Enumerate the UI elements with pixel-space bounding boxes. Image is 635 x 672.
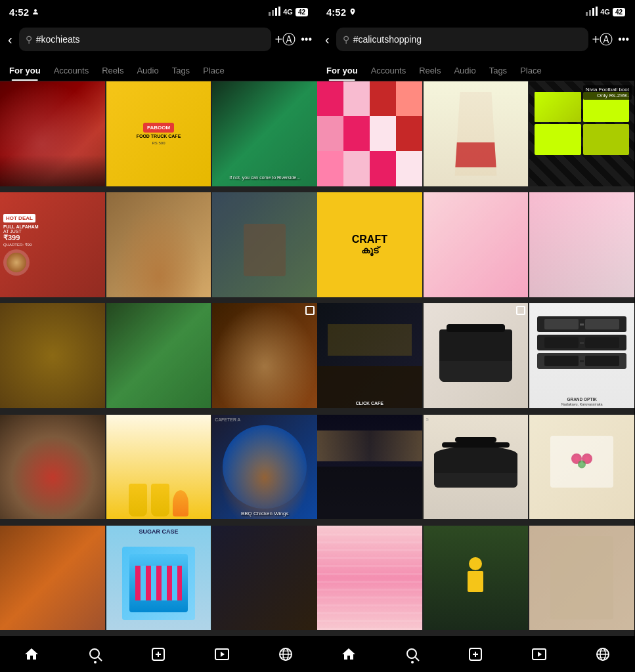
grid-item-2-1[interactable]: HOT DEAL FULL ALFAHAM AT JUST ₹399 QUART… [0, 192, 105, 297]
tab-for-you-1[interactable]: For you [3, 66, 47, 81]
svg-rect-3 [275, 8, 277, 16]
grid-item-4-2[interactable] [106, 415, 211, 520]
nav-create-1[interactable] [142, 644, 174, 665]
shop-grid-item-4-3[interactable] [529, 415, 634, 520]
tabs-1: For you Accounts Reels Audio Tags Place [0, 55, 317, 81]
location-icon [349, 8, 357, 16]
tab-tags-2[interactable]: Tags [483, 66, 514, 81]
tabs-2: For you Accounts Reels Audio Tags Place [317, 55, 634, 81]
grid-item-5-3[interactable] [212, 526, 317, 631]
time-display-2: 4:52 [326, 7, 346, 18]
tab-audio-1[interactable]: Audio [130, 66, 165, 81]
shop-grid-item-3-3[interactable]: GRAND OPTIKNadakavu, Karuvassiraka [529, 303, 634, 408]
search-query-2: #calicutshopping [353, 34, 582, 45]
svg-rect-17 [589, 10, 591, 16]
shop-grid-item-5-1[interactable] [317, 526, 422, 631]
grid-item-2-2[interactable] [106, 192, 211, 297]
svg-rect-4 [278, 7, 280, 16]
nivia-text: Nivia Football bootOnly Rs.299/- [583, 85, 632, 100]
tab-for-you-2[interactable]: For you [320, 66, 364, 81]
grid-item-1-2[interactable]: FABOOM FOOD TRUCK CAFE RS 500 [106, 81, 211, 186]
shop-grid-item-3-2[interactable] [424, 303, 529, 408]
tab-place-2[interactable]: Place [514, 66, 548, 81]
shop-grid-item-5-2[interactable] [424, 526, 529, 631]
shop-grid-item-1-2[interactable] [424, 81, 529, 186]
status-bar-2: 4:52 4G 42 [317, 0, 634, 24]
grid-item-2-3[interactable] [212, 192, 317, 297]
nav-search-1[interactable] [79, 644, 111, 665]
svg-point-0 [34, 9, 37, 12]
svg-rect-16 [586, 12, 588, 16]
shop-grid-item-5-3[interactable] [529, 526, 634, 631]
more-button-1[interactable]: ••• [301, 33, 312, 45]
tab-reels-1[interactable]: Reels [95, 66, 130, 81]
nav-home-2[interactable] [333, 644, 364, 665]
status-time-2: 4:52 [326, 7, 357, 18]
grid-item-3-3[interactable] [212, 303, 317, 408]
person-icon [32, 8, 39, 16]
video-badge-2 [516, 306, 525, 315]
tab-place-1[interactable]: Place [196, 66, 231, 81]
more-button-2[interactable]: ••• [618, 33, 629, 45]
shop-grid-item-2-1[interactable]: CRAFT കൂട് [317, 192, 422, 297]
bottom-nav-1 [0, 635, 317, 672]
grid-item-3-2[interactable] [106, 303, 211, 408]
shop-grid-item-4-2[interactable]: S [424, 415, 529, 520]
signal-bars-1 [269, 7, 280, 18]
search-input-wrap-1[interactable]: ⚲ #kochieats [19, 28, 271, 51]
battery-badge-1: 42 [296, 8, 308, 16]
grid-item-4-1[interactable] [0, 415, 105, 520]
shop-grid-item-1-1[interactable] [317, 81, 422, 186]
nav-reels-1[interactable] [206, 644, 238, 665]
create-icon-1 [150, 646, 166, 662]
panel-kochieats: 4:52 4G 42 ‹ ⚲ #kochieats + [0, 0, 317, 672]
bottom-nav-2 [317, 635, 634, 672]
shop-grid-item-2-3[interactable] [529, 192, 634, 297]
reels-icon-1 [214, 646, 230, 662]
tab-tags-1[interactable]: Tags [165, 66, 196, 81]
svg-point-20 [407, 649, 416, 658]
video-badge-icon [305, 306, 315, 315]
nav-profile-2[interactable] [587, 644, 619, 665]
nav-reels-2[interactable] [523, 644, 555, 665]
tab-accounts-1[interactable]: Accounts [47, 66, 95, 81]
svg-rect-2 [272, 10, 274, 16]
tab-audio-2[interactable]: Audio [447, 66, 482, 81]
network-type-2: 4G [600, 8, 610, 16]
shop-grid-item-4-1[interactable] [317, 415, 422, 520]
add-button-2[interactable]: +Ⓐ [592, 31, 613, 49]
search-actions-1: +Ⓐ ••• [275, 31, 313, 49]
add-button-1[interactable]: +Ⓐ [275, 31, 296, 49]
signal-bars-2 [586, 7, 598, 18]
search-icon-nav-2 [405, 646, 420, 662]
nav-search-2[interactable] [397, 644, 428, 665]
shop-grid-item-2-2[interactable] [424, 192, 529, 297]
search-input-wrap-2[interactable]: ⚲ #calicutshopping [336, 28, 588, 51]
grid-item-1-1[interactable] [0, 81, 105, 186]
nav-home-1[interactable] [16, 644, 47, 665]
search-icon-2: ⚲ [343, 34, 349, 45]
nav-create-2[interactable] [460, 644, 491, 665]
grid-item-4-3[interactable]: BBQ Chicken Wings CAFETER A [212, 415, 317, 520]
grid-item-5-2[interactable]: SUGAR CASE [106, 526, 211, 631]
svg-rect-19 [596, 7, 598, 16]
signal-icon-1 [269, 7, 280, 16]
shop-grid-item-3-1[interactable]: CLICK CAFE [317, 303, 422, 408]
battery-badge-2: 42 [613, 8, 625, 16]
svg-rect-1 [269, 12, 271, 16]
network-type-1: 4G [283, 8, 293, 16]
grid-item-1-3[interactable]: If not, you can come to Riverside... [212, 81, 317, 186]
tab-accounts-2[interactable]: Accounts [364, 66, 412, 81]
back-button-2[interactable]: ‹ [322, 30, 332, 50]
bbq-text: BBQ Chicken Wings [212, 511, 317, 516]
time-display-1: 4:52 [9, 7, 29, 18]
create-icon-2 [468, 646, 483, 662]
tab-reels-2[interactable]: Reels [412, 66, 447, 81]
globe-icon-2 [595, 646, 611, 662]
shop-grid-item-1-3[interactable]: Nivia Football bootOnly Rs.299/- [529, 81, 634, 186]
signal-icon-2 [586, 7, 598, 16]
grid-item-3-1[interactable] [0, 303, 105, 408]
grid-item-5-1[interactable] [0, 526, 105, 631]
back-button-1[interactable]: ‹ [5, 30, 15, 50]
nav-profile-1[interactable] [270, 644, 301, 665]
